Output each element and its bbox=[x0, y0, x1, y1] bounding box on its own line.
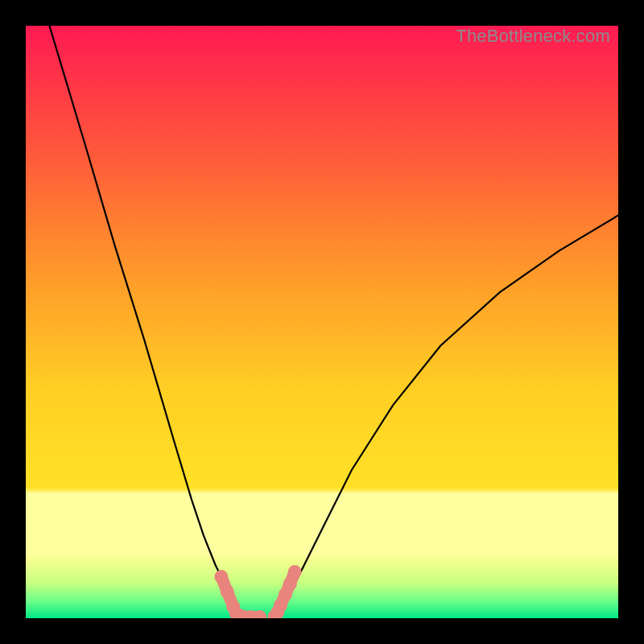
outer-frame: TheBottleneck.com bbox=[0, 0, 644, 644]
marker-dot bbox=[288, 565, 302, 579]
series-right-curve bbox=[278, 216, 618, 618]
marker-dot bbox=[214, 570, 228, 584]
chart-svg bbox=[26, 26, 618, 618]
watermark-text: TheBottleneck.com bbox=[456, 26, 610, 47]
marker-dot bbox=[221, 584, 234, 598]
plot-area: TheBottleneck.com bbox=[26, 26, 618, 618]
marker-dot bbox=[283, 577, 297, 591]
series-left-curve bbox=[49, 26, 242, 618]
